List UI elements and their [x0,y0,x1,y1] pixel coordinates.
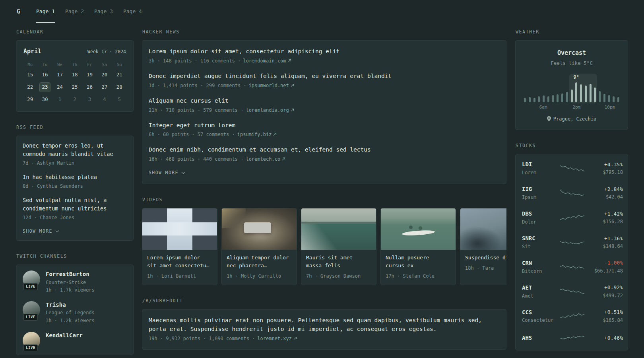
stock-sparkline [559,262,585,272]
stock-ticker[interactable]: SNRC [522,235,556,242]
channel-name[interactable]: KendallCarr [46,332,83,339]
rss-item-title[interactable]: Donec tempor eros leo, ut commodo mauris… [23,142,127,159]
stock-identity: IIG Ipsum [522,185,556,201]
story-domain-link[interactable]: loremtech.co [246,156,285,162]
calendar-day: 22 [23,81,37,93]
live-badge: LIVE [23,314,38,321]
stock-row[interactable]: CRN Bitcorn -1.00% $66,171.48 [522,255,621,279]
story-title[interactable]: Donec imperdiet augue tincidunt felis al… [149,72,500,81]
nav-tab[interactable]: Page 2 [65,0,84,23]
hackernews-widget: HACKER NEWS Lorem ipsum dolor sit amet, … [142,29,506,184]
hackernews-show-more-button[interactable]: SHOW MORE [149,169,184,176]
show-more-label: SHOW MORE [149,169,178,176]
hackernews-card: Lorem ipsum dolor sit amet, consectetur … [142,40,506,184]
channel-name[interactable]: ForrestBurton [46,270,95,278]
stock-row[interactable]: CCS Consectetur +0.51% $165.84 [522,304,621,329]
stock-ticker[interactable]: AHS [522,334,556,342]
story-domain: loremlandia.org [246,107,289,113]
video-card[interactable]: Aliquam tempor dolor nec pharetra… 1h · … [221,208,297,285]
post-title[interactable]: Maecenas mollis pulvinar erat non posuer… [149,316,500,334]
video-card[interactable]: Lorem ipsum dolor sit amet consectetu… 1… [142,208,217,285]
weather-time-labels: 6am2pm10pm [523,104,621,110]
video-card[interactable]: Suspendisse diam 18h · Tara [460,208,506,285]
stock-row[interactable]: AHS +0.46% [522,329,621,348]
stock-row[interactable]: SNRC Sit +1.36% $148.64 [522,230,621,255]
stock-identity: CRN Bitcorn [522,259,556,275]
right-column: WEATHER Overcast Feels like 5°C 9° 6am2p… [515,29,628,358]
channel-info: KendallCarr [46,332,83,340]
twitch-channel-row[interactable]: LIVE ForrestBurton Counter-Strike 1h · 1… [23,270,127,294]
calendar-weekday: Fr [82,62,97,68]
stock-ticker[interactable]: CRN [522,259,556,267]
calendar-day: 26 [82,81,97,93]
stock-row[interactable]: DBS Dolor +1.42% $156.28 [522,206,621,230]
weather-bar [585,86,587,102]
story-domain-link[interactable]: ipsumify.biz [237,132,277,137]
stock-row[interactable]: IIG Ipsum +2.84% $42.04 [522,181,621,206]
channel-name[interactable]: Trisha [46,301,95,308]
rss-item: Donec tempor eros leo, ut commodo mauris… [23,142,127,167]
rss-show-more-button[interactable]: SHOW MORE [23,228,58,235]
story-title[interactable]: Lorem ipsum dolor sit amet, consectetur … [149,47,500,56]
stock-name: Consectetur [522,317,556,324]
video-title[interactable]: Suspendisse diam [465,254,506,262]
rss-item-title[interactable]: Sed volutpat nulla nisl, a condimentum n… [23,196,127,213]
stock-change: +4.35% [588,161,623,168]
calendar-day: 25 [67,81,82,93]
calendar-day: 29 [23,93,37,106]
nav-tab[interactable]: Page 1 [36,0,55,23]
nav-tab[interactable]: Page 3 [94,0,113,23]
rss-item-title[interactable]: In hac habitasse platea [23,173,127,182]
calendar-day: 4 [97,93,112,106]
story-domain-link[interactable]: loremlandia.org [246,107,294,113]
stock-ticker[interactable]: IIG [522,185,556,193]
channel-viewers: 3h · 1.2k viewers [46,317,95,324]
story-title[interactable]: Donec enim nibh, condimentum et accumsan… [149,146,500,154]
calendar-weekday: Th [67,62,82,68]
nav-tab[interactable]: Page 4 [123,0,142,23]
post-domain-link[interactable]: loremnet.xyz [257,336,297,341]
stock-ticker[interactable]: CCS [522,309,556,316]
video-title[interactable]: Nullam posuere cursus ex [386,254,451,270]
story-stats: 16h · 468 points · 440 comments · [149,156,243,162]
weather-bar [603,94,605,102]
chevron-down-icon [182,171,185,174]
calendar-day: 5 [112,93,127,106]
stock-row[interactable]: AET Amet +0.92% $499.72 [522,279,621,304]
story-meta: 16h · 468 points · 440 comments ·loremte… [149,156,500,163]
video-meta: 7h · Grayson Dawson [306,272,371,280]
story-domain-link[interactable]: ipsumworld.net [249,83,294,88]
stock-ticker[interactable]: LDI [522,161,556,168]
dashboard-page: G Page 1 Page 2 Page 3 Page 4 CALENDAR [0,0,644,358]
stock-values: +0.92% $499.72 [588,284,623,299]
weather-bar [571,90,573,102]
story-title[interactable]: Integer eget rutrum lorem [149,121,500,130]
video-card[interactable]: Mauris sit amet massa felis 7h · Grayson… [301,208,376,285]
twitch-channel-row[interactable]: LIVE KendallCarr [23,332,127,349]
story-domain-link[interactable]: loremdomain.com [243,58,291,64]
channel-info: ForrestBurton Counter-Strike 1h · 1.7k v… [46,270,95,294]
app-logo[interactable]: G [16,0,21,23]
stock-identity: AHS [522,334,556,342]
story-title[interactable]: Aliquam nec cursus elit [149,97,500,105]
video-thumbnail [460,208,506,250]
calendar-day: 28 [112,81,127,93]
stock-row[interactable]: LDI Lorem +4.35% $795.18 [522,156,621,181]
video-body: Mauris sit amet massa felis 7h · Grayson… [301,250,376,285]
story-domain: loremdomain.com [243,58,286,64]
weather-bar [617,97,619,102]
weather-card: Overcast Feels like 5°C 9° 6am2pm10pm [515,40,628,130]
video-title[interactable]: Aliquam tempor dolor nec pharetra… [227,254,292,270]
story-domain: loremtech.co [246,156,280,162]
stock-ticker[interactable]: DBS [522,210,556,218]
stock-ticker[interactable]: AET [522,284,556,292]
twitch-channel-row[interactable]: LIVE Trisha League of Legends 3h · 1.2k … [23,301,127,324]
hackernews-item: Lorem ipsum dolor sit amet, consectetur … [149,47,500,64]
video-card[interactable]: Nullam posuere cursus ex 17h · Stefan Co… [380,208,456,285]
calendar-day: 3 [82,93,97,106]
calendar-weekday: Sa [97,62,112,68]
video-title[interactable]: Lorem ipsum dolor sit amet consectetu… [147,254,212,270]
weather-bar [524,98,526,102]
video-title[interactable]: Mauris sit amet massa felis [306,254,371,270]
stock-price: $499.72 [588,292,623,299]
